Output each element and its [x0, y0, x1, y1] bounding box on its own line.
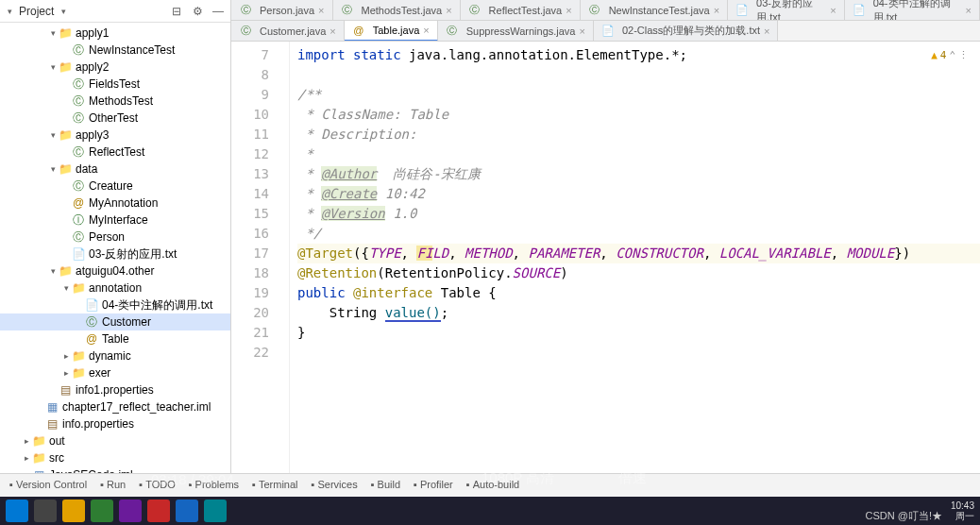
app-icon[interactable]	[119, 500, 142, 522]
tree-item[interactable]: 📄04-类中注解的调用.txt	[0, 296, 230, 313]
expand-icon[interactable]: ▾	[47, 130, 59, 140]
project-title[interactable]: Project	[19, 5, 54, 18]
dropdown-icon[interactable]: ▾	[58, 7, 69, 16]
explorer-icon[interactable]	[62, 500, 85, 522]
tree-item[interactable]: ▾📁apply2	[0, 59, 230, 76]
close-icon[interactable]: ×	[966, 5, 972, 16]
hide-icon[interactable]: —	[210, 3, 227, 20]
tree-item[interactable]: ⒸPerson	[0, 229, 230, 246]
code-line[interactable]: /**	[297, 85, 980, 105]
tree-item[interactable]: ⒸReflectTest	[0, 144, 230, 161]
tree-item[interactable]: ⒸCreature	[0, 178, 230, 195]
tree-item[interactable]: ⒾMyInterface	[0, 212, 230, 229]
close-icon[interactable]: ×	[714, 5, 719, 16]
windows-taskbar[interactable]: 10:43周一	[0, 497, 980, 525]
code-line[interactable]: public @interface Table {	[297, 283, 980, 303]
tree-item[interactable]: @Table	[0, 330, 230, 347]
code-editor[interactable]: 78910111213141516171819202122 ▲ 4 ⌃ ⋮ im…	[231, 42, 980, 480]
tree-item[interactable]: @MyAnnotation	[0, 195, 230, 212]
close-icon[interactable]: ×	[830, 5, 836, 16]
tree-item[interactable]: ⒸCustomer	[0, 313, 230, 330]
tree-item[interactable]: ▸📁exer	[0, 364, 230, 381]
code-body[interactable]: ▲ 4 ⌃ ⋮ import static java.lang.annotati…	[290, 42, 980, 480]
code-line[interactable]: * @Create 10:42	[297, 184, 980, 204]
editor-tab[interactable]: ⒸCustomer.java×	[231, 21, 345, 42]
close-icon[interactable]: ×	[566, 5, 571, 16]
tree-item[interactable]: ▦chapter17_reflect_teacher.iml	[0, 398, 230, 415]
code-line[interactable]	[297, 65, 980, 85]
expand-icon[interactable]: ▸	[21, 436, 32, 446]
tree-item[interactable]: ▾📁atguigu04.other	[0, 262, 230, 279]
tree-item[interactable]: ▾📁apply1	[0, 25, 230, 42]
tree-item[interactable]: 📄03-反射的应用.txt	[0, 246, 230, 262]
expand-icon[interactable]: ▸	[60, 368, 72, 378]
tree-item[interactable]: ⒸMethodsTest	[0, 93, 230, 110]
tree-item[interactable]: ⒸOtherTest	[0, 110, 230, 127]
editor-tab[interactable]: 📄04-类中注解的调用.txt×	[845, 0, 980, 21]
tool-window-tab[interactable]: ▪TODO	[133, 479, 180, 490]
tree-item[interactable]: ▾📁annotation	[0, 279, 230, 296]
app-icon[interactable]	[176, 500, 198, 522]
editor-tab[interactable]: ⒸNewInstanceTest.java×	[581, 0, 728, 21]
tool-window-tab[interactable]: ▪Build	[365, 479, 406, 490]
tree-item[interactable]: ▤info1.properties	[0, 381, 230, 398]
code-line[interactable]: import static java.lang.annotation.Eleme…	[297, 45, 980, 65]
project-tree[interactable]: ▾📁apply1ⒸNewInstanceTest▾📁apply2ⒸFieldsT…	[0, 23, 230, 480]
tree-item[interactable]: ⒸFieldsTest	[0, 76, 230, 93]
editor-tab[interactable]: @Table.java×	[345, 21, 438, 42]
app-icon[interactable]	[147, 500, 170, 522]
code-line[interactable]	[297, 343, 980, 363]
settings-icon[interactable]: ⚙	[189, 3, 206, 20]
editor-tab[interactable]: 📄03-反射的应用.txt×	[728, 0, 845, 21]
code-line[interactable]: * Description:	[297, 125, 980, 144]
expand-icon[interactable]: ▾	[47, 266, 59, 276]
code-line[interactable]: }	[297, 323, 980, 343]
close-icon[interactable]: ×	[580, 25, 585, 37]
tool-window-tab[interactable]: ▪Run	[94, 479, 131, 490]
tool-window-tab[interactable]: ▪Problems	[183, 479, 245, 490]
start-icon[interactable]	[6, 500, 28, 522]
expand-icon[interactable]: ▸	[21, 453, 32, 463]
code-line[interactable]: @Retention(RetentionPolicy.SOURCE)	[297, 263, 980, 283]
code-line[interactable]: */	[297, 224, 980, 244]
tree-item[interactable]: ▾📁apply3	[0, 127, 230, 144]
collapse-icon[interactable]: ⊟	[168, 3, 185, 20]
close-icon[interactable]: ×	[423, 25, 429, 36]
tool-window-tab[interactable]: ▪Auto-build	[461, 479, 525, 490]
code-line[interactable]: * @Author 尚硅谷-宋红康	[297, 164, 980, 184]
tree-item[interactable]: ▸📁out	[0, 432, 230, 449]
expand-icon[interactable]: ▾	[47, 62, 59, 72]
chevron-down-icon[interactable]: ▾	[4, 7, 15, 16]
editor-tab[interactable]: 📄02-Class的理解与类的加载.txt×	[594, 21, 779, 42]
tree-item[interactable]: ⒸNewInstanceTest	[0, 42, 230, 59]
tree-item[interactable]: ▾📁data	[0, 161, 230, 178]
editor-tab[interactable]: ⒸSuppressWarnings.java×	[438, 21, 594, 42]
close-icon[interactable]: ×	[329, 25, 335, 37]
tree-item[interactable]: ▸📁dynamic	[0, 347, 230, 364]
expand-icon[interactable]: ▾	[60, 283, 72, 293]
code-line[interactable]: *	[297, 144, 980, 164]
editor-tab[interactable]: ⒸMethodsTest.java×	[333, 0, 461, 21]
tool-window-tab[interactable]: ▪Terminal	[246, 479, 303, 490]
expand-icon[interactable]: ▸	[60, 351, 72, 361]
taskbar-clock[interactable]: 10:43周一	[951, 500, 974, 521]
app-icon[interactable]	[204, 500, 227, 522]
expand-icon[interactable]: ▾	[47, 164, 59, 174]
editor-tab[interactable]: ⒸPerson.java×	[231, 0, 333, 21]
search-icon[interactable]	[34, 500, 57, 522]
tree-item[interactable]: ▤info.properties	[0, 415, 230, 432]
close-icon[interactable]: ×	[318, 5, 324, 16]
browser-icon[interactable]	[91, 500, 113, 522]
inspection-badge[interactable]: ▲ 4 ⌃ ⋮	[931, 45, 969, 65]
tool-window-tab[interactable]: ▪Profiler	[408, 479, 459, 490]
expand-icon[interactable]: ▾	[47, 28, 59, 38]
tool-window-tab[interactable]: ▪Version Control	[4, 479, 93, 490]
code-line[interactable]: * ClassName: Table	[297, 105, 980, 125]
tool-window-tab[interactable]: ▪Services	[306, 479, 363, 490]
code-line[interactable]: String value();	[297, 303, 980, 323]
code-line[interactable]: * @Version 1.0	[297, 204, 980, 224]
close-icon[interactable]: ×	[446, 5, 451, 16]
tree-item[interactable]: ▸📁src	[0, 449, 230, 466]
code-line[interactable]: @Target({TYPE, FILD, METHOD, PARAMETER, …	[297, 244, 980, 263]
editor-tab[interactable]: ⒸReflectTest.java×	[461, 0, 581, 21]
